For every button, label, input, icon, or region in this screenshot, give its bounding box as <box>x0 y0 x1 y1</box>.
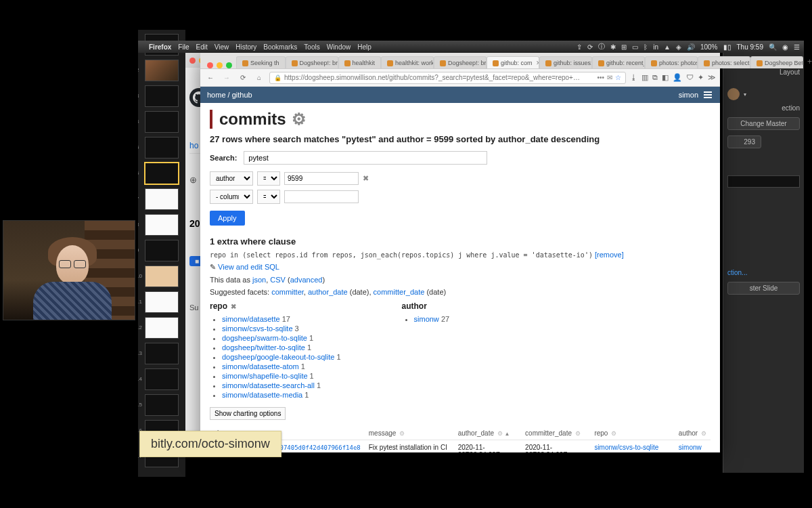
library-icon[interactable]: ▥ <box>641 73 648 82</box>
extension-icon[interactable]: ✱ <box>610 43 616 51</box>
browser-tab[interactable]: photos: select <box>698 56 750 68</box>
account-icon[interactable]: 👤 <box>673 73 682 82</box>
action-link[interactable]: ction... <box>727 269 800 276</box>
page-content: commits ⚙ 27 rows where search matches "… <box>200 103 720 452</box>
suggested-facet-link[interactable]: committer_date <box>374 288 425 296</box>
filter-op-select[interactable]: = <box>257 190 280 204</box>
facet-value-link[interactable]: dogsheep/swarm-to-sqlite <box>222 334 307 342</box>
facet-value-link[interactable]: simonw/datasette-search-all <box>222 381 315 389</box>
advanced-link[interactable]: advanced <box>290 276 323 284</box>
search-input[interactable] <box>244 151 487 165</box>
author-link[interactable]: simonw <box>679 444 702 451</box>
facet-value-link[interactable]: simonw <box>414 315 439 323</box>
filter-op-select[interactable]: = <box>257 171 280 186</box>
lower-third-link: bitly.com/octo-simonw <box>139 431 281 457</box>
edit-master-button[interactable]: ster Slide <box>727 282 800 295</box>
suggested-facet-link[interactable]: committer <box>271 288 304 296</box>
home-button[interactable]: ⌂ <box>253 72 265 84</box>
change-master-button[interactable]: Change Master <box>727 117 800 130</box>
browser-tab[interactable]: Dogsheep!: bri <box>286 56 338 68</box>
facet-value-link[interactable]: simonw/datasette <box>222 315 280 323</box>
volume-icon[interactable]: 🔊 <box>687 43 695 51</box>
browser-tab[interactable]: healthkit: work <box>381 56 434 68</box>
screenshot-icon[interactable]: ⧉ <box>652 73 658 82</box>
remove-filter-icon[interactable]: ✖ <box>363 174 369 183</box>
column-header[interactable]: repo ⚙ <box>590 427 674 440</box>
minimize-window-icon[interactable] <box>217 62 223 68</box>
display-icon[interactable]: ▭ <box>632 43 638 51</box>
facet-value-link[interactable]: simonw/datasette-media <box>222 391 302 399</box>
breadcrumb-home[interactable]: home <box>207 91 226 99</box>
overflow-icon[interactable]: ≫ <box>708 73 716 82</box>
filter-value-input[interactable] <box>284 190 359 203</box>
grid-icon[interactable]: ⊞ <box>621 43 627 51</box>
breadcrumb-db[interactable]: github <box>232 91 252 99</box>
column-header[interactable]: author_date ⚙ ▲ <box>454 427 521 440</box>
info-icon[interactable]: ⓘ <box>598 42 605 51</box>
facet-value-link[interactable]: simonw/datasette-atom <box>222 362 299 371</box>
notification-icon[interactable]: ☰ <box>794 43 800 51</box>
download-icon[interactable]: ⭳ <box>630 73 637 82</box>
keynote-inspector: ⬚ ↔ ⋯ Layout ▾ ection Change Master 293 … <box>723 53 804 473</box>
forward-button[interactable]: → <box>221 72 233 84</box>
battery-icon: ▮▯ <box>723 43 731 51</box>
reload-button[interactable]: ⟳ <box>237 72 249 84</box>
results-table: sha ⚙message ⚙author_date ⚙ ▲committer_d… <box>210 427 710 452</box>
siri-icon[interactable]: ◉ <box>782 43 788 51</box>
facet-value-link[interactable]: simonw/shapefile-to-sqlite <box>222 372 308 380</box>
reader-icon[interactable]: ✉ <box>607 74 612 81</box>
show-charting-button[interactable]: Show charting options <box>210 407 286 420</box>
page-subtitle: 27 rows where search matches "pytest" an… <box>210 134 710 144</box>
remove-clause-link[interactable]: [remove] <box>595 251 624 259</box>
filter-column-select[interactable]: author <box>210 171 253 186</box>
back-button[interactable]: ← <box>204 72 217 84</box>
column-header[interactable]: message ⚙ <box>365 427 454 440</box>
shield-icon[interactable]: 🛡 <box>686 73 694 82</box>
browser-tab[interactable]: photos: photos <box>645 56 698 68</box>
star-icon[interactable]: ☆ <box>615 74 621 81</box>
wifi-icon[interactable]: ◈ <box>676 43 681 51</box>
search-label: Search: <box>210 154 237 162</box>
remove-facet-icon[interactable]: ✖ <box>231 303 236 310</box>
browser-tab[interactable]: github: issues: t <box>539 56 592 68</box>
clock[interactable]: Thu 9:59 <box>737 43 763 51</box>
gear-icon[interactable]: ⚙ <box>292 110 307 129</box>
pocket-icon[interactable]: ◧ <box>662 73 669 82</box>
sync-icon[interactable]: ⟳ <box>587 43 593 51</box>
airplay-icon[interactable]: ▲ <box>664 43 671 51</box>
column-header[interactable]: committer_date ⚙ <box>521 427 590 440</box>
close-window-icon[interactable] <box>207 62 213 68</box>
lock-icon: 🔒 <box>274 75 281 81</box>
browser-tab[interactable]: github: com✕ <box>487 56 539 68</box>
facet-value-link[interactable]: simonw/csvs-to-sqlite <box>222 324 293 333</box>
facet-value-link[interactable]: dogsheep/twitter-to-sqlite <box>222 343 305 352</box>
app-name[interactable]: Firefox <box>149 43 171 51</box>
browser-tab[interactable]: healthkit <box>338 56 382 68</box>
repo-link[interactable]: simonw/csvs-to-sqlite <box>594 444 658 451</box>
json-link[interactable]: json <box>252 276 266 284</box>
filter-column-select[interactable]: - column - <box>210 190 253 204</box>
dropbox-icon[interactable]: ⇪ <box>577 43 582 51</box>
view-sql-link[interactable]: View and edit SQL <box>218 263 279 271</box>
browser-tab[interactable]: Seeking th <box>236 56 286 68</box>
menu-icon[interactable] <box>704 94 713 96</box>
apply-button[interactable]: Apply <box>210 211 245 226</box>
csv-link[interactable]: CSV <box>270 276 286 284</box>
filter-value-input[interactable] <box>284 172 359 185</box>
zoom-icon[interactable]: ⊕ <box>189 175 197 185</box>
slide-count: 293 <box>727 135 761 148</box>
browser-tab[interactable]: Dogsheep!: bri <box>434 56 487 68</box>
new-tab-button[interactable]: + <box>803 55 812 68</box>
search-icon[interactable]: 🔍 <box>769 43 777 51</box>
firefox-window: Seeking thDogsheep!: brihealthkithealthk… <box>200 53 720 452</box>
linkedin-icon[interactable]: in <box>653 43 658 51</box>
suggested-facet-link[interactable]: author_date <box>308 288 348 296</box>
address-bar[interactable]: 🔒 https://dogsheep.simonwillison.net/git… <box>269 72 626 84</box>
facet-value-link[interactable]: dogsheep/google-takeout-to-sqlite <box>222 353 334 361</box>
extension-puzzle-icon[interactable]: ✦ <box>698 73 704 82</box>
column-header[interactable]: author ⚙ <box>675 427 710 440</box>
browser-tab[interactable]: Dogsheep Beta <box>750 56 803 68</box>
bluetooth-icon[interactable]: ᛒ <box>644 43 648 51</box>
browser-tab[interactable]: github: recent_c <box>592 56 645 68</box>
maximize-window-icon[interactable] <box>226 62 232 68</box>
